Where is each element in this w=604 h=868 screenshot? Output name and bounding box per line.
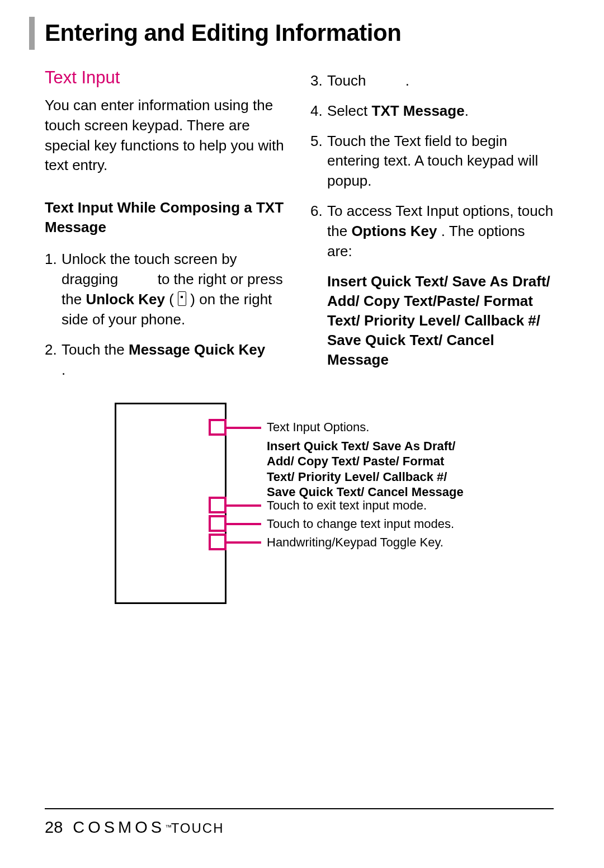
step-5: 5. Touch the Text field to begin enterin… [310,131,554,192]
options-list: Insert Quick Text/ Save As Draft/ Add/ C… [327,272,554,370]
callout-line [226,427,261,429]
step-number: 5. [310,131,327,192]
callout-box-options-icon [209,419,226,436]
callout-line [226,523,261,525]
callout-text-exit: Touch to exit text input mode. [267,498,468,513]
unlock-key-label: Unlock Key [86,291,165,308]
right-column: 3. Touch . 4. Select TXT Message. 5. Tou… [310,68,554,390]
step-3: 3. Touch . [310,71,554,91]
callout-box-toggle-icon [209,534,226,550]
step-1-paren: ( [169,291,178,308]
txt-message-label: TXT Message [372,102,465,119]
callout-box-mode-icon [209,515,226,532]
step-1-paren2: ) [190,291,195,308]
intro-paragraph: You can enter information using the touc… [45,96,288,176]
left-column: Text Input You can enter information usi… [45,68,288,390]
step-4-text-b: . [465,102,469,119]
step-6: 6. To access Text Input options, touch t… [310,201,554,262]
step-4-text-a: Select [327,102,372,119]
step-number: 4. [310,101,327,121]
step-2-text-b: . [62,361,65,378]
footer-rule [45,808,554,809]
step-number: 1. [45,249,62,330]
callout-text-toggle: Handwriting/Keypad Toggle Key. [267,535,479,550]
step-2-text-a: Touch the [62,341,129,358]
callout-text-options: Text Input Options. Insert Quick Text/ S… [267,419,468,500]
step-3-text-b: . [405,72,409,89]
step-3-text-a: Touch [327,72,370,89]
brand-cosmos: COSMOS [73,818,165,836]
callout-text-mode: Touch to change text input modes. [267,516,479,532]
brand-touch: TOUCH [171,820,224,836]
step-number: 6. [310,201,327,262]
callout-1-options: Insert Quick Text/ Save As Draft/ Add/ C… [267,438,468,500]
step-2: 2. Touch the Message Quick Key . [45,340,288,380]
page-number: 28 [45,818,63,837]
step-1: 1. Unlock the touch screen by dragging t… [45,249,288,330]
callout-line [226,504,261,507]
callout-box-exit-icon [209,497,226,513]
step-number: 2. [45,340,62,380]
chapter-title: Entering and Editing Information [29,17,554,50]
callout-1-title: Text Input Options. [267,419,468,435]
unlock-key-icon [178,291,186,306]
subheading: Text Input While Composing a TXT Message [45,198,288,237]
step-number: 3. [310,71,327,91]
footer: 28 COSMOS™ TOUCH [45,818,224,837]
step-5-text: Touch the Text field to begin entering t… [327,131,554,192]
phone-diagram: Text Input Options. Insert Quick Text/ S… [115,403,506,615]
options-key-label: Options Key [351,223,437,239]
section-heading: Text Input [45,68,288,88]
message-quick-key-label: Message Quick Key [129,341,265,358]
step-4: 4. Select TXT Message. [310,101,554,121]
callout-line [226,541,261,544]
